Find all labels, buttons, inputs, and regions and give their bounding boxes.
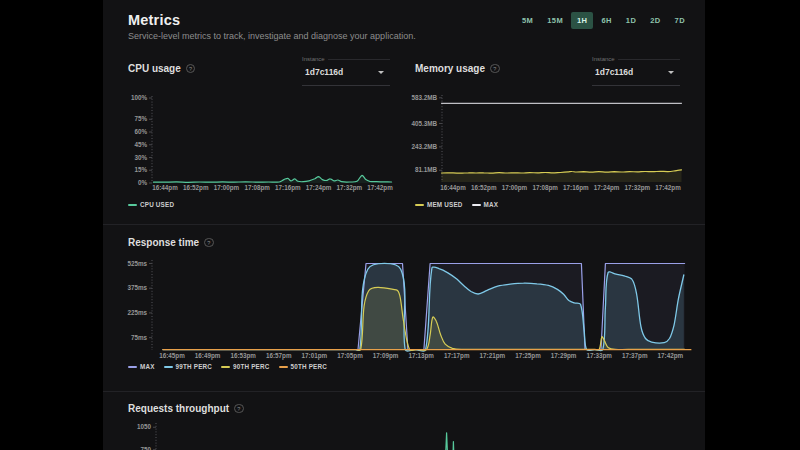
cpu-chart-title: CPU usage? (128, 63, 195, 74)
response-time-chart[interactable]: 525ms375ms225ms75ms16:45pm16:49pm16:53pm… (123, 252, 698, 364)
response-time-chart-legend: MAX99TH PERC90TH PERC50TH PERC (128, 363, 327, 370)
time-range-button-1d[interactable]: 1D (620, 12, 642, 29)
x-tick-label: 17:16pm (563, 184, 589, 192)
help-icon[interactable]: ? (490, 64, 500, 74)
y-tick-label: 375ms (127, 284, 147, 291)
x-tick-label: 17:13pm (408, 352, 434, 360)
page-subtitle: Service-level metrics to track, investig… (128, 31, 416, 41)
y-tick-label: 750 (140, 446, 151, 450)
legend-label: 90TH PERC (233, 363, 269, 370)
legend-dash (128, 366, 137, 368)
y-tick-label: 75% (134, 115, 147, 122)
legend-item-max[interactable]: MAX (128, 363, 155, 370)
y-tick-label: 30% (134, 154, 147, 161)
x-tick-label: 17:21pm (480, 352, 506, 360)
x-tick-label: 16:52pm (183, 184, 209, 192)
x-tick-label: 17:08pm (244, 184, 270, 192)
x-tick-label: 17:09pm (373, 352, 399, 360)
x-tick-label: 17:17pm (444, 352, 470, 360)
y-tick-label: 405.3MB (411, 120, 437, 127)
legend-label: MAX (140, 363, 155, 370)
x-tick-label: 16:44pm (152, 184, 178, 192)
memory-usage-chart[interactable]: 583.2MB405.3MB243.2MB81.1MB16:44pm16:52p… (408, 90, 698, 200)
legend-item-cpu-used[interactable]: CPU USED (128, 201, 174, 208)
x-tick-label: 17:08pm (532, 184, 558, 192)
legend-dash (415, 204, 424, 206)
legend-label: MAX (484, 201, 499, 208)
x-tick-label: 17:01pm (302, 352, 328, 360)
req-series-requests (163, 433, 685, 450)
time-range-button-1h[interactable]: 1H (571, 12, 593, 29)
time-range-button-7d[interactable]: 7D (669, 12, 691, 29)
x-tick-label: 17:24pm (306, 184, 332, 192)
y-tick-label: 81.1MB (415, 166, 438, 173)
legend-label: MEM USED (427, 201, 463, 208)
cpu-chart-title-text: CPU usage (128, 63, 181, 74)
cpu-chart-legend: CPU USED (128, 201, 174, 208)
help-icon[interactable]: ? (186, 64, 196, 74)
legend-item-99th-perc[interactable]: 99TH PERC (164, 363, 212, 370)
cpu-instance-dropdown[interactable]: Instance 1d7c116d (302, 56, 390, 86)
y-tick-label: 15% (134, 166, 147, 173)
x-tick-label: 17:42pm (367, 184, 393, 192)
y-tick-label: 100% (131, 94, 148, 101)
legend-label: 50TH PERC (291, 363, 327, 370)
memory-chart-title-text: Memory usage (415, 63, 485, 74)
y-tick-label: 525ms (127, 260, 147, 267)
cpu-instance-value[interactable]: 1d7c116d (302, 62, 390, 86)
memory-chart-legend: MEM USEDMAX (415, 201, 498, 208)
section-divider (103, 224, 705, 225)
legend-dash (472, 204, 481, 206)
memory-chart-title: Memory usage? (415, 63, 500, 74)
x-tick-label: 17:42pm (655, 184, 681, 192)
cpu-series-cpu-used (154, 175, 392, 182)
x-tick-label: 17:37pm (622, 352, 648, 360)
time-range-button-2d[interactable]: 2D (644, 12, 666, 29)
x-tick-label: 16:53pm (230, 352, 256, 360)
memory-instance-value[interactable]: 1d7c116d (592, 62, 680, 86)
x-tick-label: 17:32pm (625, 184, 651, 192)
page-title: Metrics (128, 12, 180, 28)
legend-item-90th-perc[interactable]: 90TH PERC (221, 363, 269, 370)
x-tick-label: 17:00pm (502, 184, 528, 192)
legend-dash (164, 366, 173, 368)
legend-item-50th-perc[interactable]: 50TH PERC (279, 363, 327, 370)
x-tick-label: 17:33pm (586, 352, 612, 360)
chevron-down-icon (668, 71, 674, 74)
y-tick-label: 75ms (131, 334, 148, 341)
time-range-button-15m[interactable]: 15M (541, 12, 569, 29)
time-range-selector: 5M15M1H6H1D2D7D (516, 12, 691, 29)
requests-throughput-chart[interactable]: 1050750 (123, 412, 698, 450)
metrics-panel: Metrics Service-level metrics to track, … (103, 0, 705, 450)
legend-item-max[interactable]: MAX (472, 201, 499, 208)
x-tick-label: 17:42pm (658, 352, 684, 360)
section-divider (103, 391, 705, 392)
x-tick-label: 16:52pm (471, 184, 497, 192)
legend-item-mem-used[interactable]: MEM USED (415, 201, 463, 208)
legend-dash (221, 366, 230, 368)
page-background: Metrics Service-level metrics to track, … (0, 0, 800, 450)
y-tick-label: 243.2MB (411, 143, 437, 150)
help-icon[interactable]: ? (204, 238, 214, 248)
memory-instance-dropdown[interactable]: Instance 1d7c116d (592, 56, 680, 86)
x-tick-label: 17:00pm (214, 184, 240, 192)
time-range-button-6h[interactable]: 6H (595, 12, 617, 29)
response-time-title-text: Response time (128, 237, 199, 248)
x-tick-label: 17:05pm (337, 352, 363, 360)
chevron-down-icon (378, 71, 384, 74)
x-tick-label: 16:57pm (266, 352, 292, 360)
time-range-button-5m[interactable]: 5M (516, 12, 539, 29)
y-tick-label: 583.2MB (411, 94, 437, 101)
x-tick-label: 17:29pm (551, 352, 577, 360)
y-tick-label: 225ms (127, 309, 147, 316)
x-tick-label: 16:45pm (159, 352, 185, 360)
legend-dash (279, 366, 288, 368)
x-tick-label: 17:25pm (515, 352, 541, 360)
legend-label: 99TH PERC (176, 363, 212, 370)
cpu-usage-chart[interactable]: 100%75%60%45%30%15%0%16:44pm16:52pm17:00… (123, 90, 403, 200)
y-tick-label: 0% (138, 179, 148, 186)
legend-label: CPU USED (140, 201, 174, 208)
x-tick-label: 17:16pm (275, 184, 301, 192)
response-time-chart-title: Response time? (128, 237, 214, 248)
x-tick-label: 16:44pm (440, 184, 466, 192)
